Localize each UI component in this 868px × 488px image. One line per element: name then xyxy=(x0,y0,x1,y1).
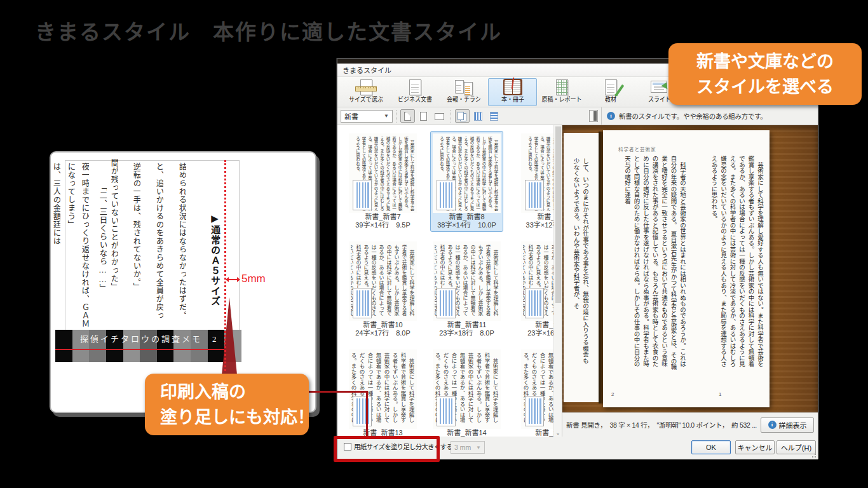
template-card-新書_新書8[interactable]: 芸術家にして科学を理解し科学者で芸術を鑑賞し享楽する者もずいぶんある。しかし芸術… xyxy=(430,131,503,232)
spread-pages-icon xyxy=(458,112,464,120)
help-button[interactable]: ヘルプ(H) xyxy=(776,440,816,454)
trim-dotted-line xyxy=(224,160,226,371)
striped-image-placeholder xyxy=(437,396,456,426)
toolbar-item-label: サイズで選ぶ xyxy=(349,94,383,104)
toolbar-item-label: ビジネス文書 xyxy=(398,94,432,104)
book-spine xyxy=(599,132,603,403)
template-card-新書_新書10[interactable]: 芸術家にして科学を理解し科学者で芸術を鑑賞し享楽する者もずいぶんある。しかし芸術… xyxy=(346,239,419,340)
manuscript-icon xyxy=(551,79,573,93)
preview-left-page: して、いつのまにかそれが仕事である事を忘れ、無我の境に入りうる機会も少なくないよ… xyxy=(564,133,599,402)
page-title: きまるスタイル 本作りに適した文書スタイル xyxy=(35,15,502,46)
striped-image-placeholder xyxy=(353,288,372,318)
bleed-width-arrow xyxy=(226,279,240,280)
bleed-width-label: 5mm xyxy=(241,273,266,285)
view-landscape-button[interactable] xyxy=(432,109,447,123)
callout-bleed-support: 印刷入稿の 塗り足しにも対応！ xyxy=(145,374,309,435)
scrollbar-thumb[interactable] xyxy=(555,126,561,303)
template-spec: 23字×18行 8.0P xyxy=(433,329,501,337)
portrait-page-icon xyxy=(420,112,427,121)
callout-line: スタイルを選べる xyxy=(668,74,862,100)
template-name: 新書_新書10 xyxy=(349,321,417,329)
toolbar-item-business[interactable]: ビジネス文書 xyxy=(390,78,439,106)
template-name: 新書_新書14 xyxy=(433,429,501,437)
running-head: 科学者と芸術家 xyxy=(618,146,656,152)
view-spread-button[interactable] xyxy=(455,109,470,123)
template-card-新書_新書14[interactable]: 芸術家にして科学を理解し科学者で芸術を鑑賞し享楽する者もずいぶんある。しかし芸術… xyxy=(430,347,503,437)
view-horizontal-text-button[interactable] xyxy=(487,109,501,123)
template-preview: 芸術家にして科学を理解し科学者で芸術を鑑賞し享楽する者もずいぶんある。しかし芸術… xyxy=(433,241,501,321)
view-new-page-button[interactable] xyxy=(400,109,415,123)
band-cell xyxy=(55,330,72,362)
kimaru-style-dialog: きまるスタイル サイズで選ぶビジネス文書会報・チラシ本・冊子原稿・レポート教材ス… xyxy=(337,58,818,459)
checkbox-highlight-box xyxy=(334,436,440,462)
panel-toggle-icon xyxy=(593,111,597,121)
preview-page2-text: 科学者の天地と芸術家の世界とはまれには相いれぬものであろうか。これは自分の年来の… xyxy=(611,156,687,370)
striped-image-placeholder xyxy=(353,180,372,210)
connector-line-vertical xyxy=(366,391,368,437)
a5-size-label: ▶通常のＡ５サイズ xyxy=(208,213,222,321)
info-bar: i 新書のスタイルです。やや余裕のある組み方です。 xyxy=(602,107,818,125)
business-icon xyxy=(404,79,426,93)
content-row: 芸術家にして科学を理解し科学者で芸術を鑑賞し享楽する者もずいぶんある。しかし芸術… xyxy=(337,125,818,437)
resize-grip[interactable] xyxy=(811,453,817,458)
band-title-text: 探偵イチタロウの調査メモ 2 xyxy=(80,332,219,344)
preview-page1-text: 芸術家にして科学を理解し愛好する人も無いではない。また科学者で芸術を鑑賞し享楽す… xyxy=(687,156,764,370)
category-dropdown-value: 新書 xyxy=(344,111,358,121)
template-card-新書_新書7[interactable]: 芸術家にして科学を理解し科学者で芸術を鑑賞し享楽する者もずいぶんある。しかし芸術… xyxy=(346,131,419,232)
status-bar: 新書 見開き， 38 字 × 14 行， "游明朝" 10.0 ポイント， 約 … xyxy=(562,412,818,437)
callout-line: 印刷入稿の xyxy=(160,379,309,405)
template-preview: 芸術家にして科学を理解し科学者で芸術を鑑賞し享楽する者もずいぶんある。しかし芸術… xyxy=(433,133,501,213)
chevron-down-icon: ▼ xyxy=(384,113,389,119)
size-icon xyxy=(355,79,377,93)
cancel-button[interactable]: キャンセル xyxy=(735,440,775,454)
toolbar-item-label: 会報・チラシ xyxy=(447,94,481,104)
template-name: 新書_新書11 xyxy=(433,321,501,329)
bleed-size-dropdown[interactable]: 3 mm ▼ xyxy=(451,441,485,454)
scrollbar-down-arrow[interactable]: ⌄ xyxy=(554,430,562,436)
template-spec: 38字×14行 10.0P xyxy=(433,221,501,229)
panel-toggle-button[interactable] xyxy=(589,110,598,122)
striped-image-placeholder xyxy=(437,288,456,318)
view-vertical-text-button[interactable] xyxy=(471,109,485,123)
sample-text-column: 「二、三日くらいなら……」 xyxy=(98,183,107,348)
page-number-1: 1 xyxy=(719,391,721,397)
template-preview: 芸術家にして科学を理解し科学者で芸術を鑑賞し享楽する者もずいぶんある。しかし芸術… xyxy=(349,349,417,429)
ok-button[interactable]: OK xyxy=(691,440,731,454)
trim-line-horizontal xyxy=(55,349,225,350)
template-card-新書_新書11[interactable]: 芸術家にして科学を理解し科学者で芸術を鑑賞し享楽する者もずいぶんある。しかし芸術… xyxy=(430,239,503,340)
toolbar-item-label: スライド xyxy=(648,94,671,104)
template-preview: 芸術家にして科学を理解し科学者で芸術を鑑賞し享楽する者もずいぶんある。しかし芸術… xyxy=(349,133,417,213)
template-name: 新書_新書8 xyxy=(433,213,501,221)
book-icon xyxy=(502,79,524,93)
info-bar-text: 新書のスタイルです。やや余裕のある組み方です。 xyxy=(619,111,767,121)
details-button[interactable]: i 詳細表示 xyxy=(761,417,814,433)
style-preview: して、いつのまにかそれが仕事である事を忘れ、無我の境に入りうる機会も少なくないよ… xyxy=(562,125,818,412)
toolbar-item-manuscript[interactable]: 原稿・レポート xyxy=(537,78,586,106)
mid-row: 新書 ▼ i 新書のスタイルです。やや余裕のある組み方です。 xyxy=(337,107,818,125)
grid-scrollbar[interactable]: ⌄ xyxy=(553,125,562,437)
sample-text-column: 間が残っていないことがわかった」 xyxy=(110,159,118,324)
toolbar-item-teaching[interactable]: 教材 xyxy=(586,78,635,106)
preview-left-page-text: して、いつのまにかそれが仕事である事を忘れ、無我の境に入りうる機会も少なくないよ… xyxy=(562,158,590,367)
striped-image-placeholder xyxy=(525,288,544,318)
callout-line: 塗り足しにも対応！ xyxy=(160,405,309,430)
separator xyxy=(451,110,451,123)
sample-text-column: になってしまう」 xyxy=(67,163,75,328)
landscape-page-icon xyxy=(435,113,444,120)
view-portrait-button[interactable] xyxy=(416,109,431,123)
sample-text-column: は、三人の金額廷には xyxy=(52,163,60,328)
horizontal-lines-icon xyxy=(490,112,498,121)
sample-text-column: 詰められる状況にはならなかったはずだ。 xyxy=(178,163,186,328)
template-preview: 芸術家にして科学を理解し科学者で芸術を鑑賞し享楽する者もずいぶんある。しかし芸術… xyxy=(349,241,417,321)
newsletter-icon xyxy=(453,79,475,93)
toolbar-item-book[interactable]: 本・冊子 xyxy=(488,78,537,106)
template-grid-panel: 芸術家にして科学を理解し科学者で芸術を鑑賞し享楽する者もずいぶんある。しかし芸術… xyxy=(337,125,562,437)
dialog-title: きまるスタイル xyxy=(342,65,391,75)
callout-line: 新書や文庫などの xyxy=(668,49,862,74)
details-info-icon: i xyxy=(768,421,776,429)
toolbar-item-newsletter[interactable]: 会報・チラシ xyxy=(439,78,488,106)
connector-line-horizontal xyxy=(309,391,368,393)
page-fold-icon xyxy=(404,112,411,121)
category-dropdown[interactable]: 新書 ▼ xyxy=(341,110,393,123)
toolbar-item-size[interactable]: サイズで選ぶ xyxy=(341,78,390,106)
